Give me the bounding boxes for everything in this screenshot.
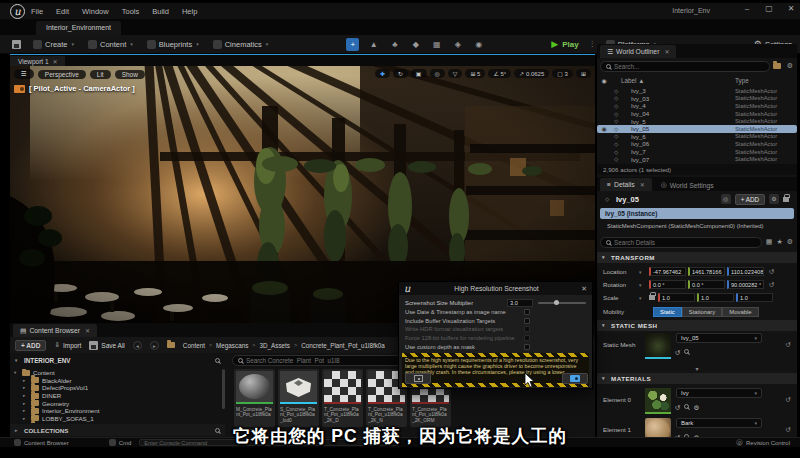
world-space-toggle[interactable]: ◎ [430, 69, 445, 78]
link-icon[interactable]: ◎ [721, 194, 731, 204]
surface-snap-toggle[interactable]: ▽ [448, 69, 463, 78]
close-icon[interactable]: ✕ [85, 327, 90, 334]
outliner-row[interactable]: ◇Ivy_7StaticMeshActor [597, 148, 797, 156]
asset-tile[interactable]: S_Concrete_Plant_Pot_u1l8fk0a_lod0 [278, 369, 319, 427]
material-settings-icon[interactable]: ⚙ [693, 404, 699, 412]
axis-y-value[interactable]: 0.0 ° [688, 280, 725, 289]
close-icon[interactable]: ✕ [664, 48, 669, 55]
axis-z-value[interactable]: 1101.023408 [727, 267, 764, 276]
outliner-row[interactable]: ◇Ivy_06StaticMeshActor [597, 140, 797, 148]
chevron-down-icon[interactable]: ▾ [639, 295, 649, 301]
chevron-down-icon[interactable]: ▾ [639, 269, 649, 275]
cb-sources-header[interactable]: ▾ INTERIOR_ENV [10, 354, 225, 367]
show-dropdown[interactable]: Show [115, 70, 145, 79]
outliner-row[interactable]: ◇Ivy_04StaticMeshActor [597, 110, 797, 118]
folder-row[interactable]: ▸DINER [12, 392, 222, 400]
folder-row[interactable]: ▸Geometry [12, 399, 222, 407]
breadcrumb-item[interactable]: Content [183, 342, 205, 349]
multiplier-slider[interactable] [538, 302, 586, 304]
screenshot-option[interactable]: Use custom depth as mask [399, 342, 592, 351]
menu-help[interactable]: Help [182, 7, 197, 16]
reset-icon[interactable]: ↺ [786, 396, 791, 404]
outliner-row[interactable]: ◇Ivy_3StaticMeshActor [597, 87, 797, 95]
grid-snap-toggle[interactable]: ⊞ 5 [465, 69, 485, 78]
folder-row[interactable]: ▸BlackAlder [12, 377, 222, 385]
camera-icon[interactable] [14, 85, 25, 93]
camera-speed[interactable]: ▢ 3 [552, 69, 573, 78]
outliner-search-input[interactable] [614, 63, 764, 70]
foliage-mode[interactable]: ♣ [388, 38, 401, 51]
outliner-row[interactable]: ◇Ivy_4StaticMeshActor [597, 102, 797, 110]
material-dropdown[interactable]: Ivy▾ [676, 388, 762, 398]
capture-region-button[interactable] [405, 373, 431, 384]
menu-file[interactable]: File [31, 7, 43, 16]
screenshot-option[interactable]: Use Date & Timestamp as image name [399, 308, 592, 317]
search-icon[interactable] [215, 358, 220, 363]
expand-arrow-icon[interactable]: ▸ [23, 401, 28, 406]
outliner-search[interactable] [600, 61, 770, 72]
folder-row[interactable]: ▸DefectPropsVol1 [12, 384, 222, 392]
axis-z-value[interactable]: 1.0 [736, 293, 773, 302]
play-icon[interactable]: ▶ [551, 39, 558, 49]
expand-arrow-icon[interactable]: ▸ [23, 378, 28, 383]
folder-row[interactable]: ▸LOBBY_SOFAS_1 [12, 415, 222, 423]
outliner-row[interactable]: ◇Ivy_5StaticMeshActor [597, 117, 797, 125]
transform-section-header[interactable]: ▾TRANSFORM [597, 252, 797, 263]
use-selected-icon[interactable]: ↺ [675, 349, 680, 357]
eye-icon[interactable]: ◉ [597, 77, 611, 84]
back-icon[interactable]: ◂ [133, 341, 142, 350]
column-type[interactable]: Type [735, 77, 797, 84]
mesh-paint-mode[interactable]: ▦ [430, 38, 443, 51]
move-tool[interactable]: ✚ [375, 69, 390, 78]
outliner-settings-icon[interactable]: ⚙ [787, 62, 793, 70]
save-all-icon-button[interactable] [12, 40, 21, 49]
details-search[interactable] [600, 237, 762, 248]
blueprint-icon[interactable]: ⚙ [769, 194, 779, 204]
close-icon[interactable]: ✕ [640, 181, 645, 188]
browse-icon[interactable] [684, 349, 689, 354]
axis-x-value[interactable]: 1.0 [658, 293, 695, 302]
scale-snap-toggle[interactable]: ↗ 0.0625 [514, 69, 549, 78]
axis-y-value[interactable]: 1461.78166 [688, 267, 725, 276]
tree-scrollbar[interactable] [222, 369, 225, 409]
menu-window[interactable]: Window [82, 7, 109, 16]
expand-arrow-icon[interactable]: ▸ [23, 416, 28, 421]
breadcrumb-item[interactable]: Concrete_Plant_Pot_u1l8fk0a [301, 342, 385, 349]
static-mesh-dropdown[interactable]: Ivy_05▾ [676, 333, 762, 343]
checkbox[interactable] [524, 344, 530, 350]
restore-button[interactable]: ▢ [764, 4, 774, 13]
static-mesh-section-header[interactable]: ▾STATIC MESH [597, 320, 797, 331]
materials-section-header[interactable]: ▾MATERIALS [597, 373, 797, 384]
mobility-static[interactable]: Static [653, 307, 682, 317]
rotation-snap-toggle[interactable]: ∠ 5° [488, 69, 511, 78]
blueprints-button[interactable]: Blueprints▾ [147, 40, 199, 49]
asset-tile[interactable]: M_Concrete_Plant_Pot_u1l8fk0a [234, 369, 275, 427]
axis-x-value[interactable]: -47.967462 [649, 267, 686, 276]
material-thumbnail-ivy[interactable] [645, 388, 671, 414]
menu-tools[interactable]: Tools [122, 7, 140, 16]
outliner-row[interactable]: ◇Ivy_07StaticMeshActor [597, 155, 797, 163]
menu-edit[interactable]: Edit [56, 7, 69, 16]
add-component-button[interactable]: + ADD [735, 194, 765, 205]
scale-tool[interactable]: ▣ [411, 69, 427, 78]
animation-mode[interactable]: ◉ [472, 38, 485, 51]
breadcrumb-item[interactable]: 3D_Assets [260, 342, 290, 349]
reset-icon[interactable]: ↺ [769, 281, 774, 289]
fracture-mode[interactable]: ◈ [451, 38, 464, 51]
tab-level[interactable]: Interior_Environment [36, 21, 121, 35]
play-options-icon[interactable]: ⋮ [589, 40, 596, 48]
folder-row[interactable]: ▸Interior_Environment [12, 407, 222, 415]
cb-import-button[interactable]: ⇩Import [54, 341, 81, 349]
forward-icon[interactable]: ▸ [150, 341, 159, 350]
expand-arrow-icon[interactable]: ▸ [23, 408, 28, 413]
property-label[interactable]: Rotation [603, 281, 639, 288]
minimize-button[interactable]: – [742, 4, 752, 13]
new-folder-icon[interactable] [773, 63, 781, 69]
close-icon[interactable]: ✕ [581, 285, 587, 293]
cb-save-all-button[interactable]: Save All [89, 341, 125, 350]
details-settings-icon[interactable]: ⚙ [787, 238, 793, 246]
reset-icon[interactable]: ↺ [769, 268, 774, 276]
screenshot-option[interactable]: Include Buffer Visualization Targets [399, 317, 592, 326]
chevron-down-icon[interactable]: ▾ [639, 282, 649, 288]
close-button[interactable]: ✕ [786, 4, 796, 13]
